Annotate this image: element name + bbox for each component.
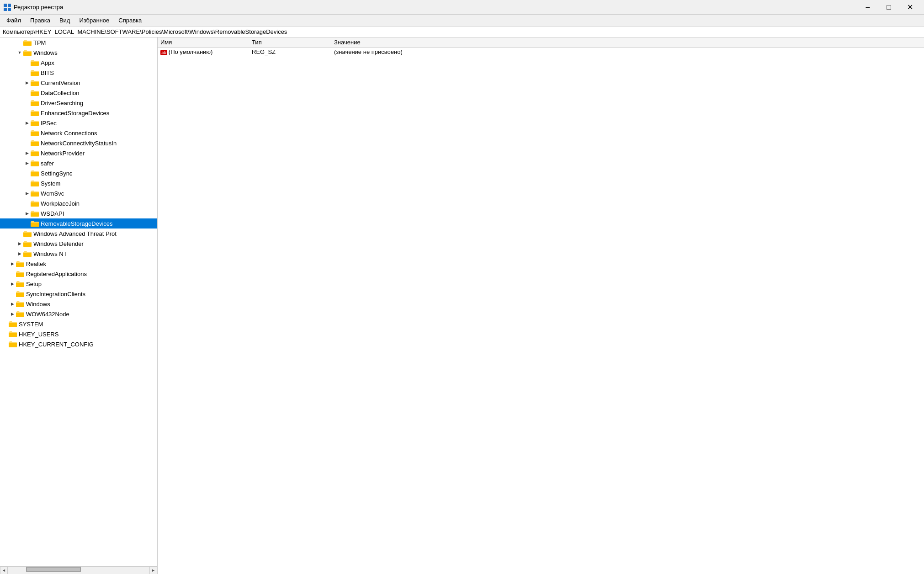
tree-expander-datacollection[interactable] <box>24 89 30 96</box>
tree-expander-hkey-current-config[interactable] <box>2 340 8 348</box>
folder-icon-system <box>31 180 39 187</box>
close-button[interactable]: ✕ <box>899 0 920 15</box>
menu-item-файл[interactable]: Файл <box>2 16 26 25</box>
tree-scroll[interactable]: TPM▼ Windows Appx BITS▶ CurrentVersion D… <box>0 37 157 566</box>
tree-item-networkconnectivitystatusindicator[interactable]: NetworkConnectivityStatusIn <box>0 138 157 148</box>
tree-item-windows-root[interactable]: ▶ Windows <box>0 299 157 309</box>
menu-item-избранное[interactable]: Избранное <box>74 16 114 25</box>
tree-item-currentversion[interactable]: ▶ CurrentVersion <box>0 78 157 88</box>
tree-expander-windows[interactable]: ▼ <box>16 49 23 56</box>
tree-item-workplacejoin[interactable]: WorkplaceJoin <box>0 198 157 208</box>
tree-horizontal-scrollbar[interactable]: ◄ ► <box>0 566 157 574</box>
tree-expander-safer[interactable]: ▶ <box>24 159 30 167</box>
folder-icon-networkconnectivitystatusindicator <box>31 139 39 147</box>
menu-item-вид[interactable]: Вид <box>55 16 75 25</box>
tree-expander-windows-root[interactable]: ▶ <box>9 300 16 308</box>
menu-item-справка[interactable]: Справка <box>114 16 146 25</box>
tree-item-windows[interactable]: ▼ Windows <box>0 48 157 58</box>
tree-expander-setup[interactable]: ▶ <box>9 280 16 287</box>
tree-expander-tpm[interactable] <box>16 39 23 46</box>
tree-expander-wow6432node[interactable]: ▶ <box>9 310 16 318</box>
tree-item-datacollection[interactable]: DataCollection <box>0 88 157 98</box>
tree-item-hkey-users[interactable]: HKEY_USERS <box>0 329 157 339</box>
tree-expander-wsdapi[interactable]: ▶ <box>24 210 30 217</box>
tree-item-driversearching[interactable]: DriverSearching <box>0 98 157 108</box>
folder-icon-settingsync <box>31 170 39 177</box>
tree-item-appx[interactable]: Appx <box>0 58 157 68</box>
tree-expander-bits[interactable] <box>24 69 30 76</box>
tree-item-wow6432node[interactable]: ▶ WOW6432Node <box>0 309 157 319</box>
tree-label-windowsnt: Windows NT <box>33 250 67 257</box>
tree-expander-networkprovider[interactable]: ▶ <box>24 149 30 157</box>
tree-item-windowsadvancedthreatprotection[interactable]: Windows Advanced Threat Prot <box>0 229 157 239</box>
folder-icon-bits <box>31 69 39 76</box>
tree-expander-removablestoragedevices[interactable] <box>24 220 30 227</box>
tree-item-networkconnections[interactable]: Network Connections <box>0 128 157 138</box>
tree-label-windows: Windows <box>33 49 58 56</box>
address-path: Компьютер\HKEY_LOCAL_MACHINE\SOFTWARE\Po… <box>3 28 287 35</box>
tree-item-safer[interactable]: ▶ safer <box>0 158 157 168</box>
tree-item-hkey-current-config[interactable]: HKEY_CURRENT_CONFIG <box>0 339 157 349</box>
folder-icon-windowsnt <box>23 250 32 257</box>
tree-item-realtek[interactable]: ▶ Realtek <box>0 259 157 269</box>
tree-expander-ipsec[interactable]: ▶ <box>24 119 30 127</box>
tree-label-datacollection: DataCollection <box>41 90 80 96</box>
tree-label-system-root: SYSTEM <box>19 321 43 328</box>
tree-expander-wcmsvc[interactable]: ▶ <box>24 190 30 197</box>
tree-expander-syncintegrationclients[interactable] <box>9 290 16 298</box>
scroll-left-arrow[interactable]: ◄ <box>0 567 8 574</box>
tree-item-wsdapi[interactable]: ▶ WSDAPI <box>0 208 157 218</box>
folder-icon-datacollection <box>31 89 39 96</box>
tree-label-hkey-current-config: HKEY_CURRENT_CONFIG <box>19 341 94 348</box>
reg-name: ab(По умолчанию) <box>158 48 249 57</box>
tree-item-system[interactable]: System <box>0 178 157 188</box>
tree-expander-system[interactable] <box>24 180 30 187</box>
tree-item-registeredapplications[interactable]: RegisteredApplications <box>0 269 157 279</box>
tree-item-settingsync[interactable]: SettingSync <box>0 168 157 178</box>
minimize-button[interactable]: – <box>857 0 878 15</box>
scroll-right-arrow[interactable]: ► <box>149 567 157 574</box>
tree-expander-driversearching[interactable] <box>24 99 30 106</box>
tree-label-hkey-users: HKEY_USERS <box>19 331 58 338</box>
tree-item-wcmsvc[interactable]: ▶ WcmSvc <box>0 188 157 198</box>
reg-type: REG_SZ <box>249 48 331 57</box>
tree-label-windows-root: Windows <box>26 301 50 308</box>
registry-row[interactable]: ab(По умолчанию)REG_SZ(значение не присв… <box>158 48 924 57</box>
tree-expander-hkey-users[interactable] <box>2 330 8 338</box>
tree-item-windowsdefender[interactable]: ▶ Windows Defender <box>0 239 157 249</box>
tree-expander-windowsdefender[interactable]: ▶ <box>16 240 23 247</box>
tree-item-removablestoragedevices[interactable]: RemovableStorageDevices <box>0 218 157 229</box>
tree-expander-appx[interactable] <box>24 59 30 66</box>
folder-icon-setup <box>16 280 24 287</box>
tree-label-setup: Setup <box>26 281 42 287</box>
scroll-thumb[interactable] <box>26 567 81 572</box>
folder-icon-windows-root <box>16 300 24 308</box>
tree-expander-networkconnectivitystatusindicator[interactable] <box>24 139 30 147</box>
folder-icon-registeredapplications <box>16 270 24 277</box>
tree-expander-system-root[interactable] <box>2 320 8 328</box>
folder-icon-hkey-users <box>9 330 17 338</box>
tree-expander-registeredapplications[interactable] <box>9 270 16 277</box>
tree-expander-realtek[interactable]: ▶ <box>9 260 16 267</box>
tree-item-ipsec[interactable]: ▶ IPSec <box>0 118 157 128</box>
maximize-button[interactable]: □ <box>878 0 899 15</box>
tree-item-windowsnt[interactable]: ▶ Windows NT <box>0 249 157 259</box>
menu-item-правка[interactable]: Правка <box>26 16 55 25</box>
title-bar-left: Редактор реестра <box>4 4 63 11</box>
tree-item-networkprovider[interactable]: ▶ NetworkProvider <box>0 148 157 158</box>
tree-expander-windowsnt[interactable]: ▶ <box>16 250 23 257</box>
tree-expander-networkconnections[interactable] <box>24 129 30 137</box>
tree-expander-workplacejoin[interactable] <box>24 200 30 207</box>
tree-expander-enhancedstoragedevices[interactable] <box>24 109 30 117</box>
tree-expander-currentversion[interactable]: ▶ <box>24 79 30 86</box>
tree-item-enhancedstoragedevices[interactable]: EnhancedStorageDevices <box>0 108 157 118</box>
tree-item-bits[interactable]: BITS <box>0 68 157 78</box>
tree-item-syncintegrationclients[interactable]: SyncIntegrationClients <box>0 289 157 299</box>
svg-rect-2 <box>4 8 7 11</box>
tree-item-system-root[interactable]: SYSTEM <box>0 319 157 329</box>
tree-label-windowsdefender: Windows Defender <box>33 240 84 247</box>
tree-expander-windowsadvancedthreatprotection[interactable] <box>16 230 23 237</box>
tree-expander-settingsync[interactable] <box>24 170 30 177</box>
tree-item-setup[interactable]: ▶ Setup <box>0 279 157 289</box>
tree-item-tpm[interactable]: TPM <box>0 37 157 48</box>
